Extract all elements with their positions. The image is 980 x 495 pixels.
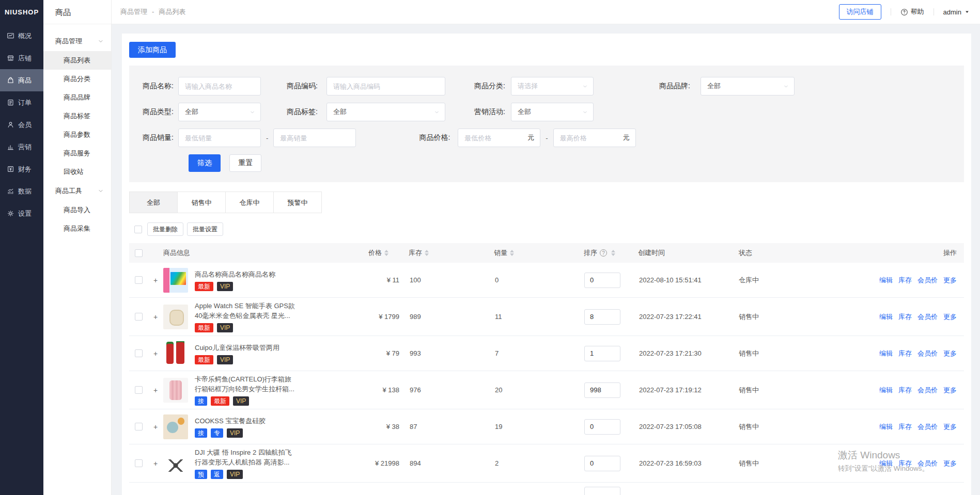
row-checkbox[interactable] (135, 276, 143, 284)
batch-delete-button[interactable]: 批量删除 (147, 222, 183, 236)
batch-set-button[interactable]: 批量设置 (187, 222, 223, 236)
submenu-item[interactable]: 回收站 (43, 163, 111, 181)
submenu-item[interactable]: 商品分类 (43, 70, 111, 88)
sort-input[interactable] (584, 382, 620, 398)
member-price-link[interactable]: 会员价 (917, 349, 938, 358)
sort-desc-icon[interactable] (384, 253, 388, 256)
stock-link[interactable]: 库存 (898, 312, 912, 322)
edit-link[interactable]: 编辑 (879, 312, 893, 322)
select-all-checkbox[interactable] (134, 226, 142, 233)
submenu-item[interactable]: 商品品牌 (43, 88, 111, 107)
stock-link[interactable]: 库存 (898, 349, 912, 358)
sales-max-input[interactable] (273, 129, 356, 147)
submenu-item[interactable]: 商品服务 (43, 144, 111, 163)
sort-input[interactable] (584, 346, 620, 361)
filter-select[interactable]: 全部 (701, 77, 795, 95)
sort-input[interactable] (584, 273, 620, 288)
submenu-group-2[interactable]: 商品工具 (43, 181, 111, 201)
help-button[interactable]: 帮助 (900, 7, 924, 17)
sort-desc-icon[interactable] (611, 253, 615, 256)
tab-2[interactable]: 销售中 (177, 191, 226, 213)
submenu-item[interactable]: 商品标签 (43, 107, 111, 125)
submenu-group-1[interactable]: 商品管理 (43, 31, 111, 51)
edit-link[interactable]: 编辑 (879, 386, 893, 395)
member-price-link[interactable]: 会员价 (917, 459, 938, 468)
sidebar-item-shop[interactable]: 店铺 (0, 47, 43, 69)
filter-select[interactable]: 全部 (511, 103, 594, 121)
filter-select[interactable]: 全部 (178, 103, 261, 121)
expand-row-button[interactable]: + (148, 459, 163, 468)
sidebar-item-goods[interactable]: 商品 (0, 69, 43, 91)
visit-shop-button[interactable]: 访问店铺 (839, 4, 881, 20)
sort-desc-icon[interactable] (510, 253, 514, 256)
member-price-link[interactable]: 会员价 (917, 312, 938, 322)
filter-input[interactable] (178, 77, 261, 95)
more-link[interactable]: 更多 (943, 312, 957, 322)
row-checkbox[interactable] (135, 313, 143, 321)
expand-row-button[interactable]: + (148, 423, 163, 431)
sidebar-item-finance[interactable]: 财务 (0, 158, 43, 180)
row-checkbox[interactable] (135, 459, 143, 467)
row-checkbox[interactable] (135, 423, 143, 430)
edit-link[interactable]: 编辑 (879, 459, 893, 468)
sort-asc-icon[interactable] (611, 250, 615, 252)
more-link[interactable]: 更多 (943, 276, 957, 285)
stock-link[interactable]: 库存 (898, 276, 912, 285)
member-price-link[interactable]: 会员价 (917, 422, 938, 432)
edit-link[interactable]: 编辑 (879, 276, 893, 285)
row-checkbox[interactable] (135, 386, 143, 394)
filter-reset-button[interactable]: 重置 (229, 154, 261, 172)
sort-desc-icon[interactable] (425, 253, 429, 256)
sort-asc-icon[interactable] (425, 250, 429, 252)
expand-row-button[interactable]: + (148, 349, 163, 358)
row-checkbox[interactable] (135, 349, 143, 357)
sort-input[interactable] (584, 309, 620, 325)
more-link[interactable]: 更多 (943, 349, 957, 358)
sort-asc-icon[interactable] (384, 250, 388, 252)
stock-link[interactable]: 库存 (898, 459, 912, 468)
edit-link[interactable]: 编辑 (879, 422, 893, 432)
submenu-item[interactable]: 商品参数 (43, 125, 111, 144)
sort-input[interactable] (584, 456, 620, 471)
more-link[interactable]: 更多 (943, 386, 957, 395)
sidebar-item-order[interactable]: 订单 (0, 91, 43, 114)
member-price-link[interactable]: 会员价 (917, 276, 938, 285)
filter-submit-button[interactable]: 筛选 (189, 154, 221, 172)
sort-input[interactable] (584, 419, 620, 435)
user-menu[interactable]: admin (943, 8, 970, 16)
sort-input[interactable] (584, 487, 620, 495)
sidebar-item-marketing[interactable]: 营销 (0, 136, 43, 158)
filter-input[interactable] (326, 77, 445, 95)
tab-3[interactable]: 仓库中 (225, 191, 274, 213)
product-title[interactable]: 商品名称商品名称商品名称 (195, 269, 275, 279)
stock-link[interactable]: 库存 (898, 386, 912, 395)
product-title[interactable]: DJI 大疆 悟 Inspire 2 四轴航拍飞行器变形无人机航拍器 高清影..… (195, 448, 292, 467)
more-link[interactable]: 更多 (943, 459, 957, 468)
product-title[interactable]: Apple Watch SE 智能手表 GPS款40毫米米金色铝金属表壳 星光.… (195, 301, 295, 321)
product-title[interactable]: Cuipo儿童保温杯带吸管两用 (195, 343, 279, 353)
edit-link[interactable]: 编辑 (879, 349, 893, 358)
add-product-button[interactable]: 添加商品 (129, 42, 176, 58)
sidebar-item-settings[interactable]: 设置 (0, 202, 43, 225)
product-title[interactable]: COOKSS 宝宝餐盘硅胶 (195, 416, 266, 426)
sidebar-item-overview[interactable]: 概况 (0, 25, 43, 47)
tab-1[interactable]: 全部 (129, 191, 178, 213)
more-link[interactable]: 更多 (943, 422, 957, 432)
sort-help-icon[interactable]: ? (600, 249, 607, 257)
sidebar-item-member[interactable]: 会员 (0, 114, 43, 136)
member-price-link[interactable]: 会员价 (917, 386, 938, 395)
expand-row-button[interactable]: + (148, 276, 163, 284)
breadcrumb-section[interactable]: 商品管理 (120, 8, 147, 15)
sidebar-item-data[interactable]: 数据 (0, 180, 43, 202)
sort-asc-icon[interactable] (510, 250, 514, 252)
submenu-item[interactable]: 商品采集 (43, 219, 111, 238)
tab-4[interactable]: 预警中 (273, 191, 322, 213)
product-title[interactable]: 卡帝乐鳄鱼(CARTELO)行李箱旅行箱铝框万向轮男女学生拉杆箱... (195, 374, 294, 394)
select-all-checkbox[interactable] (135, 249, 143, 257)
expand-row-button[interactable]: + (148, 386, 163, 394)
stock-link[interactable]: 库存 (898, 422, 912, 432)
filter-select[interactable]: 全部 (326, 103, 445, 121)
filter-select[interactable]: 请选择 (511, 77, 594, 95)
sales-min-input[interactable] (178, 129, 261, 147)
expand-row-button[interactable]: + (148, 313, 163, 321)
